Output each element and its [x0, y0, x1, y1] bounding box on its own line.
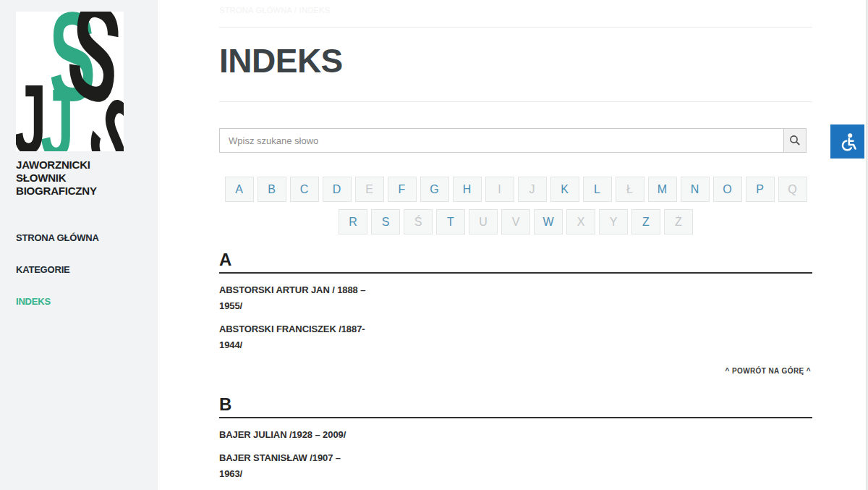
- letter-button-Q: Q: [778, 177, 807, 202]
- letter-button-E: E: [355, 177, 384, 202]
- section-heading: A: [219, 250, 812, 274]
- index-section-A: AABSTORSKI ARTUR JAN / 1888 –1955/ABSTOR…: [219, 250, 812, 376]
- letter-button-A[interactable]: A: [225, 177, 254, 202]
- index-entry-link[interactable]: ABSTORSKI ARTUR JAN / 1888 –1955/: [219, 282, 812, 314]
- letter-button-K[interactable]: K: [550, 177, 579, 202]
- letter-button-G[interactable]: G: [420, 177, 449, 202]
- letter-button-Z[interactable]: Z: [631, 209, 660, 235]
- index-entry-line: ABSTORSKI ARTUR JAN / 1888 –: [219, 282, 812, 298]
- index-sections: AABSTORSKI ARTUR JAN / 1888 –1955/ABSTOR…: [219, 250, 812, 490]
- search-bar: [219, 128, 807, 153]
- page-title: INDEKS: [219, 44, 812, 77]
- letter-button-Ś: Ś: [404, 209, 433, 235]
- letter-button-F[interactable]: F: [388, 177, 417, 202]
- section-heading: B: [219, 394, 812, 418]
- entry-list: ABSTORSKI ARTUR JAN / 1888 –1955/ABSTORS…: [219, 282, 812, 353]
- sidebar-item-strona-g-wna[interactable]: STRONA GŁÓWNA: [16, 232, 99, 243]
- title-divider: [219, 101, 812, 102]
- page: S S S J J JAWORZNICKI SŁOWNIK BIOGRAFICZ…: [0, 0, 868, 490]
- index-entry-link[interactable]: BAJER JULIAN /1928 – 2009/: [219, 427, 812, 443]
- index-entry-line: 1963/: [219, 466, 812, 482]
- alphabet-row: ABCDEFGHIJKLŁMNOPQ: [219, 177, 812, 202]
- main-content: STRONA GŁÓWNA / INDEKS INDEKS ABCDEFGHIJ…: [158, 0, 868, 490]
- index-entry-line: ABSTORSKI FRANCISZEK /1887-: [219, 321, 812, 337]
- letter-button-M[interactable]: M: [648, 177, 677, 202]
- letter-button-L[interactable]: L: [583, 177, 612, 202]
- letter-button-O[interactable]: O: [713, 177, 742, 202]
- letter-button-U: U: [469, 209, 498, 235]
- letter-button-D[interactable]: D: [323, 177, 352, 202]
- letter-button-C[interactable]: C: [290, 177, 319, 202]
- letter-button-Ż: Ż: [664, 209, 693, 235]
- site-title-line: BIOGRAFICZNY: [16, 185, 158, 198]
- site-title: JAWORZNICKI SŁOWNIK BIOGRAFICZNY: [16, 159, 158, 198]
- back-to-top-link[interactable]: ^ POWRÓT NA GÓRĘ ^: [725, 367, 811, 375]
- site-logo[interactable]: S S S J J: [16, 12, 124, 151]
- site-title-line: SŁOWNIK: [16, 172, 158, 185]
- index-entry-link[interactable]: BAJER STANISŁAW /1907 –1963/: [219, 450, 812, 482]
- letter-button-Ł: Ł: [616, 177, 644, 202]
- alphabet-row: RSŚTUVWXYZŻ: [219, 209, 812, 235]
- letter-button-Y: Y: [599, 209, 628, 235]
- top-divider: [219, 27, 812, 28]
- sidebar-menu: STRONA GŁÓWNAKATEGORIEINDEKS: [16, 231, 158, 308]
- sidebar-menu-row: STRONA GŁÓWNA: [16, 231, 158, 244]
- alphabet-index: ABCDEFGHIJKLŁMNOPQRSŚTUVWXYZŻ: [219, 177, 812, 235]
- sidebar: S S S J J JAWORZNICKI SŁOWNIK BIOGRAFICZ…: [0, 0, 158, 490]
- index-entry-line: BAJER STANISŁAW /1907 –: [219, 450, 812, 466]
- logo-letter-j-black: J: [16, 71, 47, 151]
- letter-button-J: J: [518, 177, 547, 202]
- breadcrumb: STRONA GŁÓWNA / INDEKS: [219, 6, 812, 16]
- sidebar-menu-row: INDEKS: [16, 295, 158, 308]
- sidebar-item-indeks[interactable]: INDEKS: [16, 296, 51, 307]
- letter-button-I: I: [485, 177, 514, 202]
- letter-button-N[interactable]: N: [681, 177, 710, 202]
- letter-button-T[interactable]: T: [436, 209, 465, 235]
- letter-button-V: V: [501, 209, 530, 235]
- letter-button-H[interactable]: H: [453, 177, 482, 202]
- letter-button-W[interactable]: W: [534, 209, 563, 235]
- back-to-top-row: ^ POWRÓT NA GÓRĘ ^: [219, 363, 811, 376]
- letter-button-B[interactable]: B: [258, 177, 286, 202]
- index-entry-line: 1955/: [219, 298, 812, 314]
- sidebar-item-kategorie[interactable]: KATEGORIE: [16, 264, 70, 275]
- index-section-B: BBAJER JULIAN /1928 – 2009/BAJER STANISŁ…: [219, 394, 812, 490]
- letter-button-R[interactable]: R: [339, 209, 367, 235]
- entry-list: BAJER JULIAN /1928 – 2009/BAJER STANISŁA…: [219, 427, 812, 490]
- search-input[interactable]: [219, 128, 784, 153]
- letter-button-P[interactable]: P: [746, 177, 775, 202]
- search-icon: [789, 135, 801, 146]
- letter-button-X: X: [566, 209, 595, 235]
- accessibility-widget-button[interactable]: [830, 124, 864, 159]
- index-entry-line: 1944/: [219, 337, 812, 353]
- index-entry-link[interactable]: ABSTORSKI FRANCISZEK /1887-1944/: [219, 321, 812, 353]
- search-button[interactable]: [784, 128, 807, 153]
- sidebar-menu-row: KATEGORIE: [16, 263, 158, 276]
- index-entry-line: BAJER JULIAN /1928 – 2009/: [219, 427, 812, 443]
- site-title-line: JAWORZNICKI: [16, 159, 158, 172]
- letter-button-S[interactable]: S: [371, 209, 400, 235]
- wheelchair-icon: [837, 131, 859, 153]
